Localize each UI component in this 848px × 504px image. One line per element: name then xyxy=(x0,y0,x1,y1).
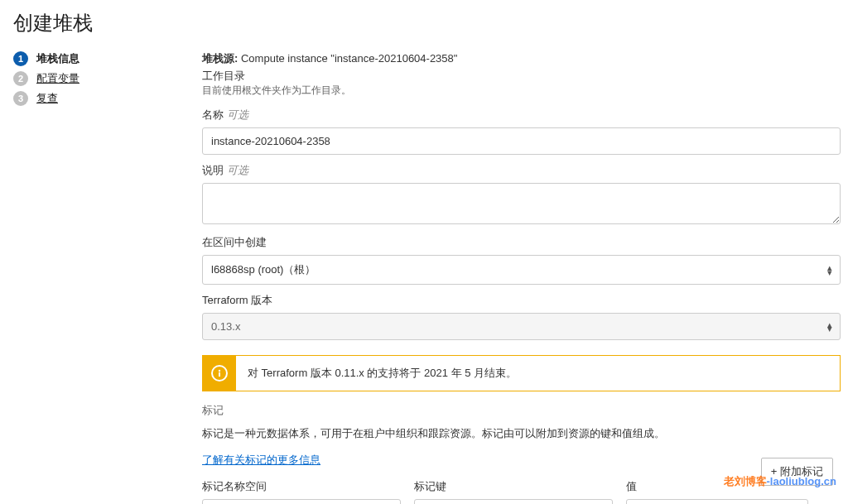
terraform-version-label: Terraform 版本 xyxy=(202,293,841,308)
step-number-icon: 1 xyxy=(13,51,28,66)
notice-text: 对 Terraform 版本 0.11.x 的支持将于 2021 年 5 月结束… xyxy=(236,356,840,391)
tag-namespace-select[interactable]: 无（添加自由形式标记） xyxy=(202,499,401,504)
workdir-hint: 目前使用根文件夹作为工作目录。 xyxy=(202,84,841,98)
step-label: 复查 xyxy=(36,91,58,106)
tags-section-label: 标记 xyxy=(202,403,841,418)
svg-point-0 xyxy=(219,370,220,372)
add-tag-button[interactable]: + 附加标记 xyxy=(761,458,833,486)
step-review[interactable]: 3 复查 xyxy=(13,91,195,106)
stack-source-row: 堆栈源: Compute instance "instance-20210604… xyxy=(202,51,841,66)
notice-accent-bar xyxy=(203,356,236,391)
name-label: 名称可选 xyxy=(202,108,841,122)
step-number-icon: 3 xyxy=(13,91,28,106)
svg-rect-1 xyxy=(219,372,220,377)
description-label: 说明可选 xyxy=(202,163,841,178)
tags-learn-more-link[interactable]: 了解有关标记的更多信息 xyxy=(202,453,320,468)
tag-row: 标记名称空间 无（添加自由形式标记） ▴▾ 标记键 值 ✕ xyxy=(202,479,841,504)
tag-namespace-label: 标记名称空间 xyxy=(202,479,401,494)
step-label: 堆栈信息 xyxy=(36,51,80,66)
main-form: 堆栈源: Compute instance "instance-20210604… xyxy=(195,51,841,504)
step-number-icon: 2 xyxy=(13,71,28,86)
terraform-version-select[interactable]: 0.13.x xyxy=(202,313,841,340)
description-input[interactable] xyxy=(202,183,841,224)
tag-key-input[interactable] xyxy=(414,499,613,504)
name-input[interactable] xyxy=(202,127,841,155)
tags-description: 标记是一种元数据体系，可用于在租户中组织和跟踪资源。标记由可以附加到资源的键和值… xyxy=(202,426,841,441)
compartment-select[interactable]: l68868sp (root)（根） xyxy=(202,255,841,285)
step-stack-info[interactable]: 1 堆栈信息 xyxy=(13,51,195,66)
wizard-steps-sidebar: 1 堆栈信息 2 配置变量 3 复查 xyxy=(13,51,195,504)
warning-icon xyxy=(211,365,228,382)
page-title: 创建堆栈 xyxy=(0,0,848,51)
stack-source-value: Compute instance "instance-20210604-2358… xyxy=(241,52,457,65)
workdir-label: 工作目录 xyxy=(202,69,841,84)
stack-source-label: 堆栈源: xyxy=(202,52,238,65)
compartment-label: 在区间中创建 xyxy=(202,235,841,250)
tag-value-input[interactable] xyxy=(626,499,808,504)
step-label: 配置变量 xyxy=(36,71,80,86)
terraform-deprecation-notice: 对 Terraform 版本 0.11.x 的支持将于 2021 年 5 月结束… xyxy=(202,355,841,391)
tag-key-label: 标记键 xyxy=(414,479,613,494)
step-configure-variables[interactable]: 2 配置变量 xyxy=(13,71,195,86)
